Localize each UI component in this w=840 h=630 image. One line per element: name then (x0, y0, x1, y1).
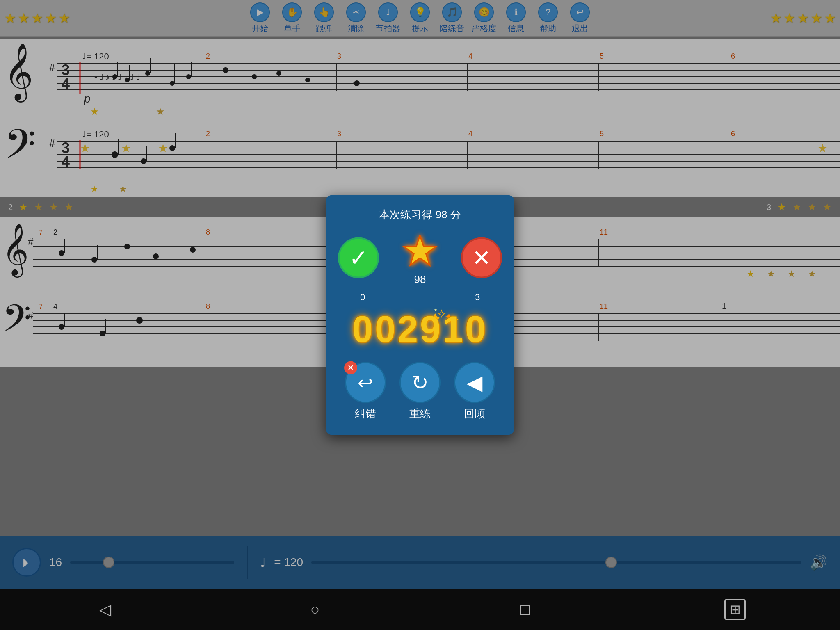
review-container[interactable]: ◀ 回顾 (454, 362, 495, 421)
big-star-icon: ★ (402, 230, 438, 271)
correct-errors-container[interactable]: ✕ ↩ 纠错 (345, 362, 386, 421)
star-score-container: ★ 98 (402, 230, 438, 286)
retry-button[interactable]: ↻ (399, 362, 441, 403)
total-score-number: 002910 (352, 308, 488, 350)
wrong-count: 3 (461, 292, 494, 303)
correct-errors-label: 纠错 (355, 406, 376, 421)
review-label: 回顾 (464, 406, 485, 421)
star-score-value: 98 (414, 273, 426, 286)
score-title: 本次练习得 98 分 (379, 208, 461, 222)
wrong-button[interactable]: ✕ (461, 237, 502, 278)
review-icon: ◀ (467, 371, 482, 395)
checkmark-icon: ✓ (349, 245, 368, 271)
review-button[interactable]: ◀ (454, 362, 495, 403)
retry-icon: ↻ (411, 371, 429, 395)
total-score-display: ✦ ✧ ✦ ⋆ ✦ 002910 (338, 307, 502, 352)
score-dialog: 本次练习得 98 分 ✓ ★ 98 ✕ 0 3 ✦ ✧ ✦ ⋆ ✦ 002910 (326, 195, 514, 435)
correct-errors-icon: ↩ (358, 372, 373, 393)
action-buttons-row: ✕ ↩ 纠错 ↻ 重练 ◀ 回顾 (338, 362, 502, 421)
score-icons-row: ✓ ★ 98 ✕ (338, 230, 502, 286)
x-icon: ✕ (472, 245, 491, 271)
correct-errors-button[interactable]: ✕ ↩ (345, 362, 386, 403)
correct-count: 0 (346, 292, 379, 303)
error-badge: ✕ (344, 361, 357, 374)
correct-button[interactable]: ✓ (338, 237, 379, 278)
retry-label: 重练 (409, 406, 431, 421)
score-counts-row: 0 3 (338, 292, 502, 303)
retry-container[interactable]: ↻ 重练 (399, 362, 441, 421)
